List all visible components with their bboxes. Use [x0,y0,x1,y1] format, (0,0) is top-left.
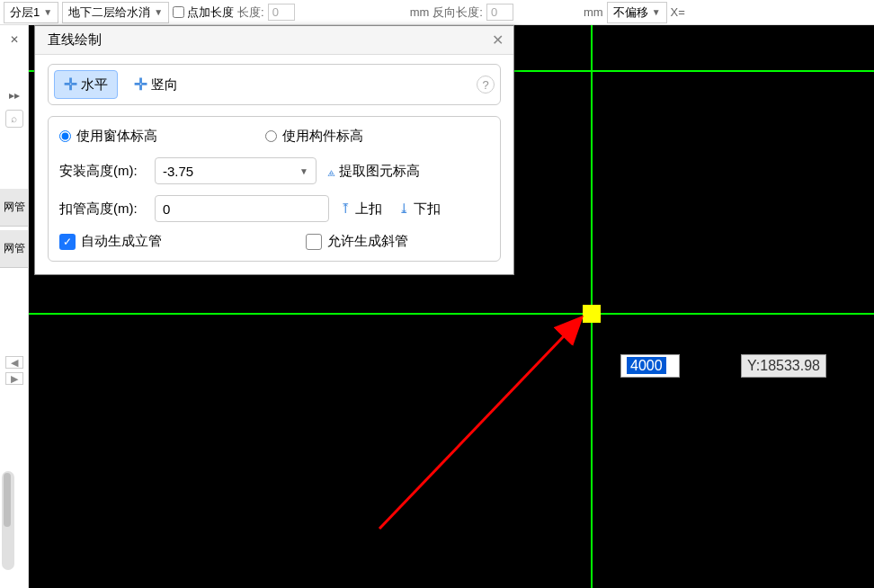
right-nav-arrow[interactable]: ▶ [5,372,23,385]
vertical-scrollbar[interactable] [2,471,14,570]
reverse-length-label: 反向长度: [433,4,483,21]
top-toolbar: 分层1▼ 地下二层给水消▼ 点加长度 长度: 0 mm 反向长度: 0 mm 不… [0,0,874,25]
help-icon[interactable]: ? [477,76,495,94]
extract-icon: ⟁ [327,164,335,179]
close-sidebar-icon[interactable]: ✕ [4,29,25,50]
grid-line-horizontal [29,313,874,315]
deduct-height-input[interactable] [155,195,329,222]
dialog-title-text: 直线绘制 [48,31,102,49]
mm-unit-1: mm [410,5,430,19]
expand-icon[interactable]: ▸▸ [4,85,25,106]
auto-generate-checkbox[interactable]: ✓自动生成立管 [59,233,162,250]
dialog-titlebar[interactable]: 直线绘制 ✕ [35,26,513,55]
annotation-arrow [370,295,622,538]
crosshair-icon: ✛ [134,75,147,94]
allow-slant-checkbox[interactable]: 允许生成斜管 [306,233,408,250]
unchecked-icon [306,234,322,250]
mode-selector-row: ✛水平 ✛竖向 ? [48,64,501,105]
form-elev-radio[interactable]: 使用窗体标高 [59,128,157,145]
down-deduct-button[interactable]: ⤓下扣 [393,199,446,219]
x-coordinate-input[interactable]: 4000 [620,354,680,378]
layer-dropdown[interactable]: 分层1▼ [4,2,58,23]
reverse-length-field[interactable]: 0 [486,4,513,21]
add-length-checkbox[interactable]: 点加长度 [173,4,234,21]
length-label: 长度: [237,4,264,21]
down-icon: ⤓ [398,200,410,217]
sidebar-item-2[interactable]: 网管 [0,230,28,268]
up-icon: ⤒ [340,200,352,217]
x-equals-label: X= [671,5,685,19]
y-coordinate-display: Y:18533.98 [741,354,826,378]
mm-unit-2: mm [584,5,603,19]
line-draw-dialog: 直线绘制 ✕ ✛水平 ✛竖向 ? 使用窗体标高 使用构件标高 安装高度(m): … [34,25,514,275]
crosshair-icon: ✛ [64,75,77,94]
left-nav-arrow[interactable]: ◀ [5,356,23,369]
close-icon[interactable]: ✕ [488,31,506,49]
install-height-dropdown[interactable]: -3.75▼ [155,157,317,184]
offset-dropdown[interactable]: 不偏移▼ [607,2,667,23]
form-container: 使用窗体标高 使用构件标高 安装高度(m): -3.75▼ ⟁提取图元标高 扣管… [48,116,501,262]
cursor-point-marker [583,305,601,323]
vertical-mode-button[interactable]: ✛竖向 [125,71,187,98]
search-icon[interactable]: ⌕ [5,110,23,128]
svg-line-0 [379,317,582,529]
install-height-label: 安装高度(m): [59,163,149,180]
deduct-height-label: 扣管高度(m): [59,200,149,218]
checked-icon: ✓ [59,234,76,250]
extract-elev-button[interactable]: ⟁提取图元标高 [322,161,425,182]
up-deduct-button[interactable]: ⤒上扣 [334,199,388,219]
left-sidebar: ✕ ▸▸ ⌕ 网管 网管 ◀ ▶ [0,25,29,588]
sidebar-item-1[interactable]: 网管 [0,189,28,227]
horizontal-mode-button[interactable]: ✛水平 [54,70,118,99]
scene-dropdown[interactable]: 地下二层给水消▼ [62,2,169,23]
component-elev-radio[interactable]: 使用构件标高 [265,128,363,145]
length-field[interactable]: 0 [268,4,295,21]
